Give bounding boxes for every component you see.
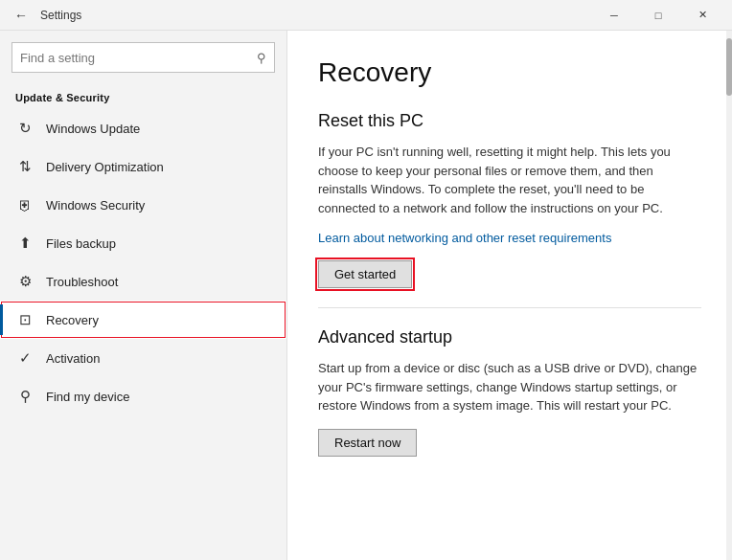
app-title: Settings [40, 9, 592, 22]
activation-icon: ✓ [15, 348, 34, 368]
find-my-device-icon: ⚲ [15, 387, 34, 406]
sidebar-item-label-files-backup: Files backup [46, 236, 116, 251]
sidebar-item-label-activation: Activation [46, 351, 100, 366]
search-box[interactable]: ⚲ [11, 42, 275, 73]
advanced-section-title: Advanced startup [318, 327, 701, 347]
windows-security-icon: ⛨ [15, 195, 34, 214]
restart-now-button[interactable]: Restart now [318, 429, 417, 457]
delivery-optimization-icon: ⇅ [15, 157, 34, 176]
sidebar-item-label-windows-security: Windows Security [46, 198, 145, 213]
search-input[interactable] [20, 51, 257, 65]
sidebar-item-label-troubleshoot: Troubleshoot [46, 275, 118, 289]
reset-section-body: If your PC isn't running well, resetting… [318, 143, 701, 217]
get-started-button[interactable]: Get started [318, 260, 412, 288]
sidebar-item-recovery[interactable]: ⊡Recovery [0, 301, 286, 339]
sidebar-item-label-recovery: Recovery [46, 313, 99, 327]
sidebar: ⚲ Update & Security ↻Windows Update⇅Deli… [0, 31, 287, 560]
content-area: Recovery Reset this PC If your PC isn't … [287, 31, 732, 560]
section-divider [318, 307, 701, 308]
main-layout: ⚲ Update & Security ↻Windows Update⇅Deli… [0, 31, 732, 560]
sidebar-item-windows-security[interactable]: ⛨Windows Security [0, 186, 286, 224]
troubleshoot-icon: ⚙ [15, 272, 34, 291]
advanced-section-body: Start up from a device or disc (such as … [318, 359, 701, 415]
sidebar-item-troubleshoot[interactable]: ⚙Troubleshoot [0, 262, 286, 301]
sidebar-item-label-delivery-optimization: Delivery Optimization [46, 160, 164, 174]
sidebar-item-find-my-device[interactable]: ⚲Find my device [0, 377, 286, 415]
windows-update-icon: ↻ [15, 119, 34, 138]
sidebar-item-files-backup[interactable]: ⬆Files backup [0, 224, 286, 262]
reset-section-title: Reset this PC [318, 111, 701, 131]
sidebar-section-label: Update & Security [0, 84, 286, 109]
sidebar-item-label-find-my-device: Find my device [46, 390, 129, 404]
scrollbar-thumb[interactable] [726, 38, 732, 96]
sidebar-item-activation[interactable]: ✓Activation [0, 339, 286, 377]
scrollbar-track[interactable] [726, 31, 732, 560]
recovery-icon: ⊡ [15, 310, 34, 329]
back-button[interactable]: ← [8, 2, 34, 29]
sidebar-items-container: ↻Windows Update⇅Delivery Optimization⛨Wi… [0, 109, 286, 415]
close-button[interactable]: ✕ [680, 0, 724, 31]
titlebar: ← Settings ─ □ ✕ [0, 0, 732, 31]
page-title: Recovery [318, 57, 701, 88]
sidebar-item-delivery-optimization[interactable]: ⇅Delivery Optimization [0, 147, 286, 186]
minimize-button[interactable]: ─ [592, 0, 636, 31]
files-backup-icon: ⬆ [15, 234, 34, 253]
maximize-button[interactable]: □ [636, 0, 680, 31]
window-controls: ─ □ ✕ [592, 0, 724, 31]
search-icon: ⚲ [257, 51, 266, 65]
sidebar-item-windows-update[interactable]: ↻Windows Update [0, 109, 286, 147]
sidebar-item-label-windows-update: Windows Update [46, 122, 140, 136]
reset-learn-more-link[interactable]: Learn about networking and other reset r… [318, 231, 701, 245]
